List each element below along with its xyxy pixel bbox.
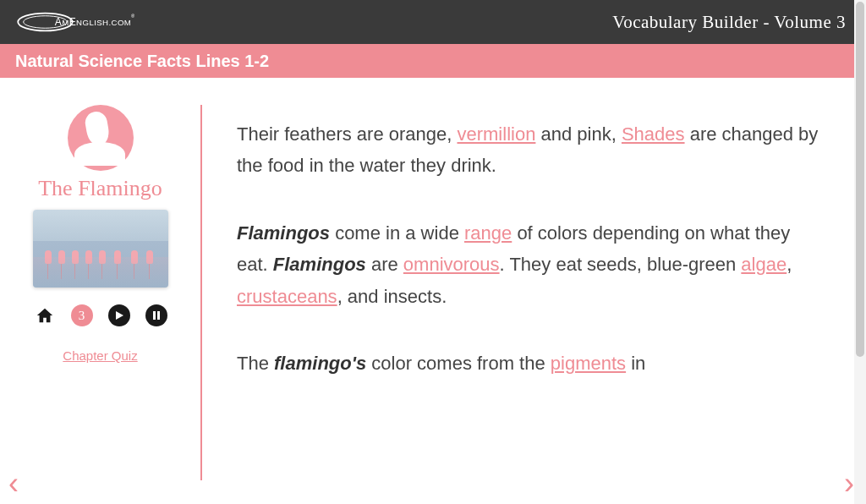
content-area: The Flamingo 3 Chapter Quiz xyxy=(0,78,866,504)
chapter-photo xyxy=(33,210,168,288)
paragraph-3: The flamingo's color comes from the pigm… xyxy=(237,348,825,379)
page-number-badge[interactable]: 3 xyxy=(71,304,93,326)
vocab-algae[interactable]: algae xyxy=(741,254,787,275)
paragraph-2: Flamingos come in a wide range of colors… xyxy=(237,217,825,312)
home-icon xyxy=(36,306,54,325)
play-icon xyxy=(114,310,124,320)
chapter-quiz-link[interactable]: Chapter Quiz xyxy=(63,348,137,363)
paragraph-1: Their feathers are orange, vermillion an… xyxy=(237,118,825,182)
vertical-divider xyxy=(200,105,202,480)
home-button[interactable] xyxy=(34,304,56,326)
sidebar: The Flamingo 3 Chapter Quiz xyxy=(0,105,200,363)
vocab-pigments[interactable]: pigments xyxy=(551,353,626,374)
product-title: Vocabulary Builder - Volume 3 xyxy=(612,12,846,33)
pause-button[interactable] xyxy=(145,304,167,326)
vertical-scrollbar[interactable] xyxy=(854,0,866,504)
lesson-title-bar: Natural Science Facts Lines 1-2 xyxy=(0,44,866,78)
audio-controls: 3 xyxy=(34,304,167,326)
term-flamingos: Flamingos xyxy=(273,254,366,275)
svg-rect-4 xyxy=(153,311,156,320)
reading-passage: Their feathers are orange, vermillion an… xyxy=(237,118,825,480)
term-flamingos: flamingo's xyxy=(274,353,366,374)
svg-rect-5 xyxy=(157,311,160,320)
pause-icon xyxy=(151,310,162,320)
logo-swoosh-icon: AMENGLISH.COM ® xyxy=(15,8,138,36)
play-button[interactable] xyxy=(108,304,130,326)
next-page-button[interactable]: › xyxy=(844,468,854,499)
vocab-omnivorous[interactable]: omnivorous xyxy=(403,254,500,275)
vocab-range[interactable]: range xyxy=(464,222,512,244)
prev-page-button[interactable]: ‹ xyxy=(8,468,19,499)
vocab-vermillion[interactable]: vermillion xyxy=(457,123,535,145)
vocab-crustaceans[interactable]: crustaceans xyxy=(237,286,337,307)
vocab-shades[interactable]: Shades xyxy=(622,123,685,145)
svg-text:AMENGLISH.COM: AMENGLISH.COM xyxy=(55,16,132,28)
brand-logo: AMENGLISH.COM ® xyxy=(15,8,138,36)
chapter-title: The Flamingo xyxy=(38,176,162,201)
svg-text:®: ® xyxy=(131,14,135,19)
flamingo-badge-icon xyxy=(68,105,134,171)
term-flamingos: Flamingos xyxy=(237,222,330,244)
top-bar: AMENGLISH.COM ® Vocabulary Builder - Vol… xyxy=(0,0,866,44)
lesson-title: Natural Science Facts Lines 1-2 xyxy=(15,52,269,71)
